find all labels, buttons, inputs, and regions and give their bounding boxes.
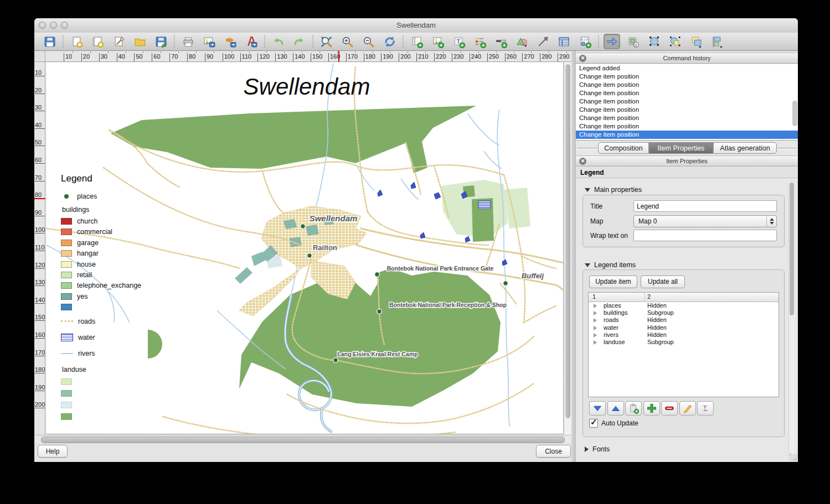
titlebar[interactable]: Swellendam bbox=[34, 18, 798, 33]
group-items-button[interactable] bbox=[667, 34, 683, 49]
add-html-button[interactable]: </> bbox=[576, 34, 593, 49]
remove-item-button[interactable] bbox=[661, 401, 678, 415]
wrap-text-input[interactable] bbox=[633, 230, 777, 241]
history-entry[interactable]: Change item position bbox=[576, 89, 798, 97]
ruler-label: 270 bbox=[524, 53, 534, 60]
ruler-tick bbox=[35, 373, 45, 373]
expand-arrow-icon[interactable] bbox=[594, 333, 597, 337]
print-button[interactable] bbox=[179, 34, 196, 49]
add-legend-button[interactable] bbox=[471, 34, 488, 49]
canvas-vertical-scrollbar[interactable] bbox=[564, 62, 571, 435]
history-entry[interactable]: Change item position bbox=[576, 81, 798, 89]
align-items-button[interactable] bbox=[709, 34, 725, 49]
legend-item-row[interactable]: landuseSubgroup bbox=[589, 339, 779, 346]
move-down-button[interactable] bbox=[589, 401, 606, 415]
legend-item-row[interactable]: placesHidden bbox=[589, 302, 779, 309]
refresh-button[interactable] bbox=[381, 34, 398, 49]
help-button[interactable]: Help bbox=[38, 445, 68, 458]
export-pdf-button[interactable] bbox=[243, 34, 259, 49]
composition-page[interactable]: Swellendam SwellendamRailtonBontebok Nat… bbox=[47, 63, 564, 434]
expand-arrow-icon[interactable] bbox=[594, 326, 597, 330]
panel-scrollbar[interactable] bbox=[788, 183, 795, 462]
select-move-item-button[interactable] bbox=[604, 34, 620, 49]
history-entry[interactable]: Change item position bbox=[576, 122, 798, 131]
move-item-content-button[interactable] bbox=[625, 34, 641, 49]
tab-item-properties[interactable]: Item Properties bbox=[649, 142, 713, 154]
window-title: Swellendam bbox=[34, 21, 798, 29]
legend-item-row[interactable]: buildingsSubgroup bbox=[589, 309, 779, 316]
composer-canvas[interactable]: Swellendam SwellendamRailtonBontebok Nat… bbox=[45, 62, 571, 435]
expand-arrow-icon[interactable] bbox=[594, 304, 597, 308]
map-label: Map bbox=[590, 217, 603, 225]
redo-button[interactable] bbox=[291, 34, 307, 49]
add-table-button[interactable] bbox=[555, 34, 572, 49]
raise-items-button[interactable] bbox=[688, 34, 704, 49]
export-svg-icon bbox=[226, 38, 236, 47]
add-shape-button[interactable] bbox=[513, 34, 530, 49]
legend-items-table[interactable]: 1 2 placesHiddenbuildingsSubgrouproadsHi… bbox=[588, 292, 779, 397]
history-scrollbar[interactable] bbox=[792, 101, 797, 126]
update-item-button[interactable]: Update item bbox=[589, 276, 637, 288]
title-input[interactable] bbox=[633, 200, 777, 212]
tab-composition[interactable]: Composition bbox=[598, 142, 649, 154]
history-entry[interactable]: Change item position bbox=[576, 72, 798, 81]
add-scalebar-button[interactable] bbox=[492, 34, 509, 49]
ruler-tick bbox=[35, 163, 45, 164]
resize-grip-icon[interactable] bbox=[790, 454, 797, 461]
save-template-button[interactable] bbox=[152, 34, 169, 49]
add-label-button[interactable]: T bbox=[450, 34, 467, 49]
tab-atlas-generation[interactable]: Atlas generation bbox=[713, 142, 777, 154]
panel-divider[interactable] bbox=[571, 51, 576, 462]
legend-item-row[interactable]: riversHidden bbox=[589, 331, 779, 339]
left-ruler: 10 20 30 40 50 60 70 80 90 100 110 120 1… bbox=[34, 62, 45, 435]
history-entry[interactable]: Change item position bbox=[576, 114, 798, 122]
edit-item-button[interactable] bbox=[679, 401, 696, 415]
close-button[interactable]: Close bbox=[536, 445, 571, 458]
expand-arrow-icon[interactable] bbox=[594, 318, 597, 323]
save-button[interactable] bbox=[41, 34, 58, 49]
update-all-button[interactable]: Update all bbox=[641, 276, 685, 288]
history-entry[interactable]: Change item position bbox=[576, 131, 798, 139]
ruler-tick bbox=[364, 53, 364, 62]
load-template-button[interactable] bbox=[131, 34, 148, 49]
export-svg-button[interactable] bbox=[221, 34, 238, 49]
fonts-section[interactable]: Fonts bbox=[585, 445, 610, 453]
undo-button[interactable] bbox=[270, 34, 286, 49]
add-item-button[interactable] bbox=[643, 401, 660, 415]
zoom-in-button[interactable] bbox=[339, 34, 355, 49]
spinner-arrows-icon[interactable] bbox=[766, 216, 776, 227]
move-item-content-icon bbox=[629, 38, 638, 47]
count-symbols-button[interactable]: Σ bbox=[697, 401, 714, 415]
new-composition-button[interactable] bbox=[68, 34, 85, 49]
command-history-list[interactable]: Legend addedChange item positionChange i… bbox=[576, 64, 798, 141]
expand-arrow-icon[interactable] bbox=[594, 311, 597, 315]
composition-manager-button[interactable] bbox=[110, 34, 127, 49]
history-entry[interactable]: Change item position bbox=[576, 97, 798, 106]
edit-nodes-item-button[interactable] bbox=[646, 34, 662, 49]
main-properties-section[interactable]: Main properties bbox=[585, 186, 642, 194]
ruler-label: 170 bbox=[35, 349, 45, 356]
canvas-horizontal-scrollbar[interactable] bbox=[34, 435, 571, 443]
auto-update-checkbox[interactable]: ✓ bbox=[589, 419, 598, 428]
add-arrow-button[interactable] bbox=[534, 34, 551, 49]
expand-arrow-icon[interactable] bbox=[594, 340, 597, 345]
legend-item-row[interactable]: waterHidden bbox=[589, 324, 779, 331]
ruler-tick bbox=[328, 53, 329, 62]
zoom-full-button[interactable] bbox=[318, 34, 334, 49]
add-map-button[interactable] bbox=[408, 34, 425, 49]
export-image-button[interactable] bbox=[200, 34, 217, 49]
duplicate-composition-button[interactable] bbox=[89, 34, 106, 49]
history-entry[interactable]: Change item position bbox=[576, 106, 798, 114]
legend-item-row[interactable]: roadsHidden bbox=[589, 316, 779, 324]
add-group-button[interactable] bbox=[625, 401, 642, 415]
zoom-out-button[interactable] bbox=[360, 34, 377, 49]
bottom-bar: Help Close bbox=[34, 443, 571, 462]
move-up-button[interactable] bbox=[607, 401, 624, 415]
auto-update-row[interactable]: ✓ Auto Update bbox=[589, 419, 638, 428]
map-select[interactable]: Map 0 bbox=[633, 215, 777, 227]
legend-items-section[interactable]: Legend items bbox=[585, 261, 636, 269]
map-legend-item[interactable]: Legendplacesbuildingschurchcommercialgar… bbox=[61, 173, 141, 422]
add-image-button[interactable] bbox=[429, 34, 446, 49]
ruler-tick bbox=[293, 53, 293, 62]
history-entry[interactable]: Legend added bbox=[576, 64, 798, 72]
